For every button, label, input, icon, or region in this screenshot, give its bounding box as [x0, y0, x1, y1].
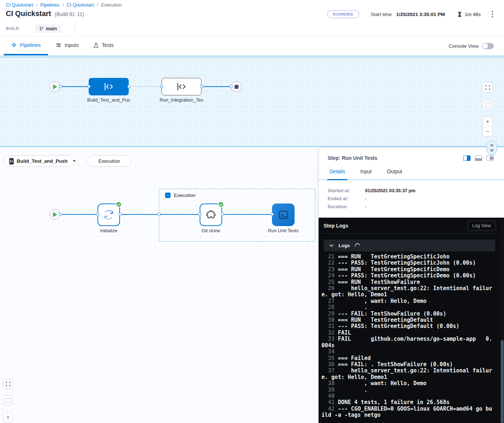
execution-view-button[interactable]: Execution	[87, 155, 131, 167]
log-view-button[interactable]: Log View	[467, 221, 496, 231]
log-line: 26 hello_server_test.go:22: Intentional …	[321, 285, 492, 298]
tab-details[interactable]: Details	[329, 169, 345, 179]
connector-dot	[59, 213, 62, 216]
breadcrumb-link[interactable]: CI Quickstart	[67, 2, 94, 8]
breadcrumb-link[interactable]: Pipelines	[40, 2, 60, 8]
log-line: 31 --- PASS: TestGreetingDefault (0.00s)	[321, 323, 492, 329]
tab-label: Tests	[102, 42, 114, 48]
connector-dot	[200, 85, 203, 88]
breadcrumb: CI Quickstart / Pipelines / CI Quickstar…	[6, 2, 122, 8]
fullscreen-button[interactable]	[3, 379, 13, 389]
connector-dot	[160, 85, 163, 88]
tab-label: Pipelines	[20, 42, 41, 48]
fit-to-view-button[interactable]	[483, 100, 493, 110]
layout-bottom-icon[interactable]	[475, 155, 482, 161]
stage-node-run-integration-tests[interactable]	[161, 78, 201, 95]
connector-dot	[59, 85, 62, 88]
log-line: 41 DONE 4 tests, 1 failure in 26.568s	[321, 399, 492, 406]
stage-label: Build_Test_and_Pus	[74, 97, 143, 103]
console-view-toggle[interactable]	[482, 43, 494, 49]
tab-pipelines[interactable]: Pipelines	[4, 36, 48, 55]
zoom-out-button[interactable]: −	[483, 127, 492, 137]
selection-icon	[485, 103, 490, 107]
tab-output[interactable]: Output	[387, 169, 402, 179]
step-logs-title: Step Logs	[324, 223, 348, 229]
zoom-in-button[interactable]: +	[483, 117, 492, 127]
stage-selector-dropdown[interactable]: Build_Test_and_Push	[3, 155, 76, 167]
execution-canvas[interactable]: Build_Test_and_Push Execution − Executio…	[0, 147, 319, 423]
logs-section-label: Logs	[339, 243, 350, 248]
build-section-label: BUILD	[6, 26, 28, 31]
success-check-icon	[218, 201, 224, 207]
fit-to-view-button[interactable]	[3, 395, 13, 406]
stage-type-icon	[9, 158, 14, 165]
step-label: Run Unit Tests	[258, 228, 309, 233]
tab-inputs[interactable]: Inputs	[48, 36, 86, 55]
pipeline-link	[201, 86, 231, 87]
tab-input[interactable]: Input	[360, 169, 372, 179]
connector-dot	[271, 213, 274, 216]
execution-view-label: Execution	[99, 158, 120, 164]
chevron-double-down-icon[interactable]	[489, 148, 494, 153]
log-line: 37 hello_server_test.go:22: Intentional …	[321, 368, 492, 380]
breadcrumb-separator: /	[63, 2, 64, 8]
stage-node-build-test-and-push[interactable]	[89, 78, 129, 95]
connector-dot	[119, 213, 122, 216]
step-node-initialize[interactable]	[97, 203, 120, 226]
chevron-double-up-icon[interactable]	[489, 143, 494, 147]
stage-label: Run_Integration_Tes	[147, 97, 216, 103]
divider	[75, 23, 75, 33]
chevron-down-icon	[329, 244, 333, 247]
log-line: 33 FAIL github.com/harness/go-sample-app…	[321, 336, 492, 349]
breadcrumb-link[interactable]: CI Quickstart	[6, 2, 33, 8]
loading-spinner-icon	[354, 242, 361, 249]
log-scrollbar[interactable]	[500, 218, 504, 423]
more-options-button[interactable]	[492, 11, 493, 17]
pipeline-icon	[11, 42, 17, 48]
detail-row: Started at: 01/25/2021 03:35:37 pm	[328, 188, 415, 193]
layout-split-right-icon[interactable]	[463, 155, 471, 161]
detail-label: Started at:	[328, 188, 365, 193]
log-scrollbar-thumb[interactable]	[501, 340, 504, 423]
layout-right-icon[interactable]	[487, 155, 494, 161]
selected-stage-name: Build_Test_and_Push	[17, 158, 68, 164]
execution-link	[222, 214, 272, 215]
tab-tests[interactable]: Tests	[86, 36, 121, 55]
log-line: 25 === RUN TestShowFailure	[321, 279, 492, 285]
panel-resize-control[interactable]	[487, 141, 497, 155]
step-detail-rows: Started at: 01/25/2021 03:35:37 pm Ended…	[328, 188, 415, 209]
detail-value: -	[365, 196, 367, 201]
log-line: 42 --- CGO_ENABLED=0 GOOS=linux GOARCH=a…	[321, 406, 492, 419]
step-panel-title: Step: Run Unit Tests	[328, 155, 377, 161]
flask-icon	[93, 42, 99, 48]
logs-section-toggle[interactable]: Logs	[324, 240, 495, 252]
breadcrumb-separator: /	[36, 2, 37, 8]
console-view-label: Console View	[449, 43, 479, 49]
pipeline-link	[60, 86, 89, 87]
detail-value: -	[365, 204, 367, 209]
connector-dot	[198, 213, 201, 216]
elapsed-time: 1m 46s	[465, 12, 481, 17]
collapse-group-button[interactable]: −	[165, 193, 171, 198]
build-id: (Build ID: 11)	[55, 11, 84, 17]
log-line: 35 === Failed	[321, 355, 492, 361]
pipeline-canvas[interactable]: Build_Test_and_Pus Run_Integration_Tes +…	[0, 58, 504, 146]
zoom-in-button[interactable]: +	[3, 412, 13, 422]
code-icon	[176, 82, 187, 91]
log-lines: 21 === RUN TestGreetingSpecificJohn 22 -…	[321, 254, 492, 419]
success-check-icon	[116, 201, 122, 207]
connector-dot	[157, 213, 161, 216]
inputs-icon	[55, 42, 62, 48]
fullscreen-button[interactable]	[483, 82, 493, 92]
log-line: 40	[321, 393, 492, 399]
step-logs-panel: Step Logs Log View Logs 21 === RUN TestG…	[319, 218, 504, 423]
git-branch-icon	[39, 26, 44, 31]
log-line: 29 --- FAIL: TestShowFailure (0.00s)	[321, 311, 492, 317]
step-details-panel: Step: Run Unit Tests Details Input Outpu…	[319, 147, 504, 218]
step-node-run-unit-tests[interactable]	[272, 203, 295, 226]
step-node-git-clone[interactable]	[200, 203, 222, 226]
play-icon	[53, 212, 57, 217]
log-line: 24 --- PASS: TestGreetingSpecificDemo (0…	[321, 273, 492, 279]
branch-chip[interactable]: main	[35, 24, 61, 33]
selection-icon	[6, 398, 11, 403]
